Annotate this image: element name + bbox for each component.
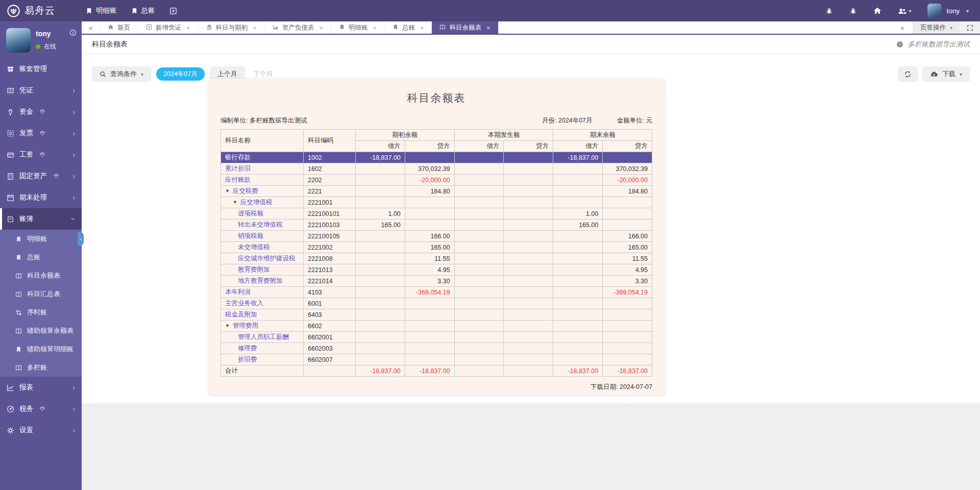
tab-2[interactable]: 科目与期初× — [199, 21, 265, 34]
amount-cell — [553, 343, 603, 354]
table-row[interactable]: 管理人员职工薪酬6602001 — [221, 332, 652, 343]
account-name-link[interactable]: 转出未交增值税 — [238, 221, 283, 228]
account-name-link[interactable]: 销项税额 — [238, 232, 263, 239]
table-row[interactable]: 教育费附加22210134.954.95 — [221, 264, 652, 276]
tab-6[interactable]: 科目余额表× — [432, 21, 498, 34]
account-name-link[interactable]: 应交税费 — [233, 187, 258, 194]
close-icon[interactable]: × — [486, 24, 491, 31]
table-row[interactable]: 修理费6602003 — [221, 343, 652, 354]
fullscreen-button[interactable] — [960, 21, 980, 34]
account-name-link[interactable]: 累计折旧 — [225, 165, 251, 172]
account-name-link[interactable]: 本年利润 — [225, 288, 251, 296]
sidebar-subitem-1[interactable]: 总账 — [0, 248, 82, 266]
sidebar-subitem-3[interactable]: 科目汇总表 — [0, 285, 82, 303]
tab-3[interactable]: 资产负债表× — [265, 21, 331, 34]
sidebar-subitem-7[interactable]: 多栏账 — [0, 358, 82, 377]
header-credit: 贷方 — [504, 141, 553, 152]
sidebar-item-0[interactable]: 账套管理 — [0, 58, 82, 80]
refresh-button[interactable] — [898, 66, 918, 82]
tab-0[interactable]: 首页 — [100, 21, 138, 34]
close-icon[interactable]: × — [420, 24, 424, 31]
top-nav-general-ledger[interactable]: 总账 — [131, 6, 155, 15]
sidebar-item-2[interactable]: 资金› — [0, 101, 82, 122]
bug-icon[interactable] — [849, 7, 857, 15]
table-row[interactable]: 合计-18,837.00-18,837.00-18,837.00-18,837.… — [221, 365, 652, 377]
triangle-down-icon[interactable]: ▼ — [225, 188, 230, 193]
table-row[interactable]: 销项税额222100105166.00166.00 — [221, 231, 652, 242]
triangle-down-icon[interactable]: ▼ — [233, 200, 237, 205]
account-name-link[interactable]: 进项税额 — [238, 210, 263, 217]
account-name-link[interactable]: 未交增值税 — [238, 243, 270, 251]
table-row[interactable]: 折旧费6602007 — [221, 354, 652, 365]
tab-operations-button[interactable]: 页签操作 ▾ — [913, 21, 960, 34]
table-row[interactable]: 应付账款2202-20,000.00-20,000.00 — [221, 175, 652, 186]
amount-cell — [356, 197, 405, 208]
close-icon[interactable]: × — [373, 24, 377, 31]
tab-5[interactable]: 总账× — [385, 21, 432, 34]
table-row[interactable]: 转出未交增值税222100103165.00165.00 — [221, 219, 652, 231]
sidebar-subitem-4[interactable]: 序时账 — [0, 303, 82, 322]
sidebar-subitem-2[interactable]: 科目余额表 — [0, 266, 82, 285]
avatar[interactable] — [6, 28, 31, 53]
table-row[interactable]: ▼管理费用6602 — [221, 321, 652, 332]
sidebar-item-10[interactable]: 设置› — [0, 420, 82, 441]
info-icon[interactable] — [69, 29, 77, 36]
account-name-link[interactable]: 管理费用 — [233, 322, 258, 329]
sidebar-item-5[interactable]: 固定资产› — [0, 165, 82, 187]
account-name-link[interactable]: 教育费附加 — [238, 266, 270, 273]
tab-1[interactable]: 新增凭证× — [138, 21, 199, 34]
download-button[interactable]: 下载 ▾ — [922, 66, 970, 82]
users-icon[interactable]: ▾ — [898, 7, 911, 15]
add-shortcut-button[interactable] — [169, 7, 177, 15]
app-logo[interactable]: 易舟云 — [0, 4, 82, 18]
tabs-scroll-right-button[interactable]: » — [892, 21, 913, 34]
table-row[interactable]: 未交增值税2221002165.00165.00 — [221, 242, 652, 253]
header-closing-balance: 期末余额 — [553, 130, 652, 141]
table-row[interactable]: 税金及附加6403 — [221, 309, 652, 321]
account-name-link[interactable]: 管理人员职工薪酬 — [238, 333, 289, 340]
sidebar-item-1[interactable]: 凭证› — [0, 80, 82, 101]
sidebar-item-9[interactable]: 税务› — [0, 398, 82, 420]
query-conditions-button[interactable]: 查询条件 ▾ — [92, 66, 151, 82]
close-icon[interactable]: × — [186, 24, 190, 31]
account-name-link[interactable]: 地方教育费附加 — [238, 277, 283, 284]
sidebar-subitem-6[interactable]: 辅助核算明细账 — [0, 340, 82, 358]
account-name-link[interactable]: 主营业务收入 — [225, 300, 263, 307]
sidebar-item-6[interactable]: 期末处理› — [0, 187, 82, 208]
table-row[interactable]: 本年利润4103-369,054.19-369,054.19 — [221, 287, 652, 298]
period-badge[interactable]: 2024年07月 — [156, 67, 205, 81]
tabs-scroll-left-button[interactable]: « — [82, 21, 100, 34]
sidebar-item-3[interactable]: 发票› — [0, 122, 82, 144]
table-row[interactable]: 累计折旧1602370,032.39370,032.39 — [221, 163, 652, 175]
background-strip — [82, 403, 980, 490]
table-row[interactable]: 银行存款1002-18,837.00-18,837.00 — [221, 152, 652, 163]
account-name-link[interactable]: 应付账款 — [225, 176, 251, 183]
bug-icon[interactable] — [825, 7, 833, 15]
account-name-link[interactable]: 修理费 — [238, 345, 257, 352]
home-icon[interactable] — [873, 7, 881, 15]
table-row[interactable]: 主营业务收入6001 — [221, 298, 652, 309]
table-row[interactable]: ▼应交税费2221184.80184.80 — [221, 186, 652, 197]
account-name-link[interactable]: 折旧费 — [238, 356, 257, 363]
account-name-link[interactable]: 银行存款 — [225, 154, 251, 161]
sidebar-item-8[interactable]: 报表› — [0, 377, 82, 398]
user-menu[interactable]: tony ▾ — [927, 4, 969, 18]
table-row[interactable]: 应交城市维护建设税222100811.5511.55 — [221, 253, 652, 264]
table-row[interactable]: 地方教育费附加22210143.303.30 — [221, 276, 652, 287]
close-icon[interactable]: × — [253, 24, 257, 31]
triangle-down-icon[interactable]: ▼ — [225, 323, 230, 328]
sidebar-subitem-0[interactable]: 明细账 — [0, 230, 82, 248]
sidebar-subitem-5[interactable]: 辅助核算余额表 — [0, 322, 82, 340]
tab-4[interactable]: 明细账× — [331, 21, 385, 34]
table-row[interactable]: 进项税额2221001011.001.00 — [221, 208, 652, 219]
account-name-link[interactable]: 应交城市维护建设税 — [238, 255, 296, 262]
next-month-button[interactable]: 下个月 — [250, 69, 276, 79]
top-nav-detail-ledger[interactable]: 明细账 — [86, 6, 117, 15]
close-icon[interactable]: × — [319, 24, 323, 31]
account-name-link[interactable]: 应交增值税 — [240, 199, 273, 206]
sidebar-collapse-handle[interactable]: ‹ — [78, 232, 84, 246]
account-name-link[interactable]: 税金及附加 — [225, 311, 257, 318]
sidebar-item-4[interactable]: 工资› — [0, 144, 82, 165]
table-row[interactable]: ▼应交增值税2221001 — [221, 197, 652, 208]
sidebar-item-7[interactable]: 账簿› — [0, 208, 82, 230]
